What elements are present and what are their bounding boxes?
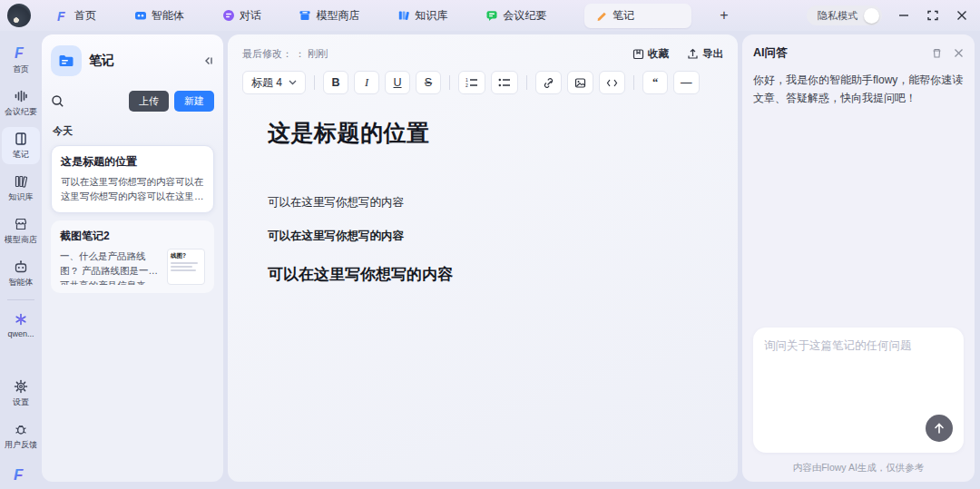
privacy-mode-toggle[interactable]: 隐私模式 (807, 5, 882, 25)
sidebar-item-notes[interactable]: 笔记 (2, 127, 40, 164)
flowy-logo-icon: F (13, 44, 29, 61)
strikethrough-button[interactable]: S (416, 71, 441, 94)
export-button[interactable]: 导出 (687, 47, 723, 61)
notes-app-icon (51, 45, 82, 76)
collapse-panel-icon[interactable] (201, 54, 214, 67)
knowledge-icon (397, 9, 410, 22)
tab-home[interactable]: F 首页 (56, 8, 96, 24)
chat-icon (222, 9, 235, 22)
sidebar-item-label: 设置 (13, 396, 29, 408)
collect-icon (632, 48, 644, 60)
underline-button[interactable]: U (385, 71, 410, 94)
close-button[interactable] (955, 8, 969, 23)
favorite-button[interactable]: 收藏 (632, 47, 669, 61)
code-button[interactable] (599, 71, 625, 94)
link-button[interactable] (535, 71, 562, 94)
last-modified-text: 最后修改： ： 刚刚 (242, 47, 328, 61)
document-paragraph[interactable]: 可以在这里写你想写的内容 (268, 264, 698, 285)
tab-label: 首页 (74, 8, 96, 24)
sidebar-divider (7, 299, 34, 300)
tab-agents[interactable]: 智能体 (134, 8, 184, 24)
heading-select[interactable]: 标题 4 (242, 71, 306, 94)
sidebar-item-label: 知识库 (9, 191, 34, 203)
sidebar-item-label: 笔记 (13, 149, 29, 161)
tab-label: 模型商店 (316, 8, 359, 24)
tab-model-store[interactable]: 模型商店 (299, 8, 359, 24)
sidebar-item-agents[interactable]: 智能体 (2, 255, 40, 292)
sidebar-item-settings[interactable]: 设置 (2, 375, 40, 412)
note-list-item[interactable]: 截图笔记2 一、什么是产品路线图？ 产品路线图是一个可共享的产品信息来源，… 线… (51, 220, 214, 293)
italic-button[interactable]: I (354, 71, 379, 94)
ai-input-card (753, 328, 964, 453)
note-item-title: 这是标题的位置 (61, 154, 204, 170)
favorite-label: 收藏 (648, 47, 669, 61)
svg-text:2: 2 (466, 83, 468, 88)
agent-icon (134, 9, 147, 22)
ordered-list-icon: 12 (466, 77, 478, 88)
sidebar-item-label: 模型商店 (5, 234, 37, 246)
window-controls (897, 8, 969, 23)
clear-history-icon[interactable] (931, 47, 943, 59)
search-icon[interactable] (51, 94, 64, 108)
sidebar-item-label: qwen... (7, 329, 34, 338)
note-list-item-selected[interactable]: 这是标题的位置 可以在这里写你想写的内容可以在这里写你想写的内容可以在这里写你想… (51, 145, 214, 213)
ai-question-input[interactable] (764, 338, 953, 411)
sidebar-item-meeting-minutes[interactable]: 会议纪要 (2, 84, 40, 122)
bullet-list-button[interactable] (491, 71, 518, 94)
tab-chat[interactable]: 对话 (222, 8, 261, 24)
document-paragraph[interactable]: 可以在这里写你想写的内容 (268, 195, 698, 210)
bold-button[interactable]: B (323, 71, 348, 94)
notebook-icon (14, 132, 28, 146)
upload-button[interactable]: 上传 (129, 91, 169, 112)
sidebar-item-feedback[interactable]: 用户反馈 (2, 417, 40, 455)
document-title[interactable]: 这是标题的位置 (268, 118, 698, 148)
tab-label: 智能体 (152, 8, 184, 24)
ai-qa-panel: AI问答 你好，我是你的智能助手flowy，能帮你速读文章、答疑解惑，快向我提问… (742, 34, 975, 482)
editor-content[interactable]: 这是标题的位置 可以在这里写你想写的内容 可以在这里写你想写的内容 可以在这里写… (242, 94, 723, 285)
ai-panel-title: AI问答 (753, 45, 931, 61)
meeting-icon (485, 9, 498, 22)
sidebar-item-qwen[interactable]: qwen... (2, 308, 40, 342)
new-note-button[interactable]: 新建 (174, 91, 214, 112)
gear-icon (14, 379, 28, 394)
quote-button[interactable]: “ (642, 71, 668, 94)
ai-disclaimer: 内容由Flowy AI生成，仅供参考 (753, 462, 964, 474)
tab-label: 会议纪要 (503, 8, 546, 24)
robot-icon (14, 259, 28, 274)
image-icon (574, 77, 586, 89)
toggle-knob (864, 8, 879, 24)
sidebar-item-knowledge-base[interactable]: 知识库 (2, 170, 40, 207)
document-paragraph[interactable]: 可以在这里写你想写的内容 (268, 229, 698, 244)
flowy-logo-icon: F (56, 9, 70, 23)
tab-meeting-minutes[interactable]: 会议纪要 (485, 8, 546, 24)
editor-toolbar: 标题 4 B I U S 12 “ (242, 71, 723, 94)
note-item-preview: 可以在这里写你想写的内容可以在这里写你想写的内容可以在这里写你想写的内容 (61, 174, 204, 204)
ai-greeting-message: 你好，我是你的智能助手flowy，能帮你速读文章、答疑解惑，快向我提问吧！ (753, 72, 964, 108)
tab-label: 对话 (240, 8, 261, 24)
divider-button[interactable]: — (673, 71, 700, 94)
maximize-button[interactable] (926, 8, 940, 23)
app-window: F 首页 智能体 对话 模型商店 知识库 会议纪要 (0, 0, 980, 489)
note-thumbnail: 线图? (167, 249, 205, 285)
tab-label: 知识库 (415, 8, 447, 24)
user-avatar[interactable] (7, 4, 31, 27)
sidebar-item-home[interactable]: F 首页 (2, 40, 40, 79)
export-icon (687, 48, 699, 60)
sidebar-item-label: 会议纪要 (5, 106, 37, 118)
tab-notes[interactable]: 笔记 (584, 4, 691, 28)
close-panel-icon[interactable] (954, 48, 964, 58)
send-button[interactable] (926, 415, 953, 442)
store-icon (299, 9, 311, 22)
pencil-icon (595, 9, 608, 22)
ordered-list-button[interactable]: 12 (458, 71, 485, 94)
waveform-icon (14, 89, 28, 103)
new-tab-button[interactable]: + (715, 7, 733, 24)
minimize-button[interactable] (897, 8, 911, 23)
tab-knowledge-base[interactable]: 知识库 (397, 8, 447, 24)
note-item-preview: 一、什么是产品路线图？ 产品路线图是一个可共享的产品信息来源，… (60, 249, 162, 285)
heading-select-value: 标题 4 (251, 75, 282, 91)
export-label: 导出 (702, 47, 723, 61)
image-button[interactable] (567, 71, 593, 94)
sidebar-item-label: 用户反馈 (5, 439, 37, 451)
sidebar-item-model-store[interactable]: 模型商店 (2, 212, 40, 249)
